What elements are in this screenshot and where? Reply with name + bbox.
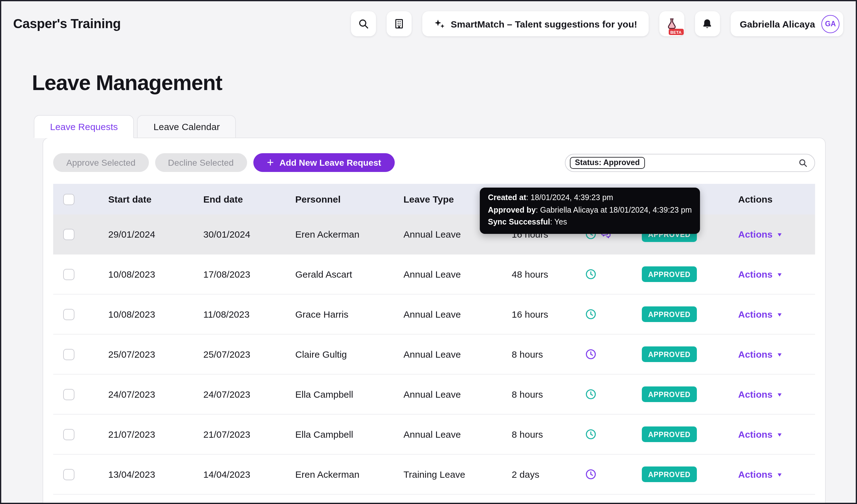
actions-label: Actions xyxy=(738,469,773,480)
table-row[interactable]: 24/07/2023 24/07/2023 Ella Campbell Annu… xyxy=(53,375,815,415)
actions-label: Actions xyxy=(738,389,773,400)
table-row[interactable]: 25/07/2023 25/07/2023 Claire Gultig Annu… xyxy=(53,334,815,375)
decline-selected-button[interactable]: Decline Selected xyxy=(155,153,247,172)
avatar: GA xyxy=(821,15,839,33)
add-leave-request-label: Add New Leave Request xyxy=(279,158,381,168)
chevron-down-icon: ▼ xyxy=(776,432,783,438)
chevron-down-icon: ▼ xyxy=(776,311,783,318)
actions-label: Actions xyxy=(738,349,773,360)
cell-duration: 8 hours xyxy=(512,349,577,360)
cell-start-date: 24/07/2023 xyxy=(108,389,203,400)
tooltip-created-line: Created at: 18/01/2024, 4:39:23 pm xyxy=(488,192,692,204)
main-content: Leave Management Leave Requests Leave Ca… xyxy=(1,70,856,504)
table-row[interactable]: 10/08/2023 17/08/2023 Gerald Ascart Annu… xyxy=(53,255,815,295)
tooltip-approved-value: : Gabriella Alicaya at 18/01/2024, 4:39:… xyxy=(536,205,692,214)
sync-clock-icon[interactable] xyxy=(585,308,597,320)
search-icon xyxy=(798,158,808,167)
table-row[interactable]: 29/01/2024 30/01/2024 Eren Ackerman Annu… xyxy=(53,214,815,255)
table-row[interactable]: 13/04/2023 14/04/2023 Eren Ackerman Trai… xyxy=(53,455,815,494)
sync-status-tooltip: Created at: 18/01/2024, 4:39:23 pm Appro… xyxy=(480,188,700,233)
cell-start-date: 29/01/2024 xyxy=(108,229,203,240)
status-badge: APPROVED xyxy=(642,266,697,282)
status-filter-chip[interactable]: Status: Approved xyxy=(570,157,645,169)
sync-clock-icon[interactable] xyxy=(585,348,597,360)
actions-label: Actions xyxy=(738,309,773,319)
row-checkbox[interactable] xyxy=(63,469,74,480)
actions-menu-button[interactable]: Actions▼ xyxy=(738,229,782,240)
tooltip-created-label: Created at xyxy=(488,193,526,202)
cell-personnel: Ella Campbell xyxy=(295,389,403,400)
flask-icon xyxy=(665,18,678,30)
cell-personnel: Eren Ackerman xyxy=(295,229,403,240)
beta-badge: BETA xyxy=(668,29,684,35)
leave-requests-panel: Approve Selected Decline Selected + Add … xyxy=(43,138,826,504)
labs-beta-button[interactable]: BETA xyxy=(659,11,684,36)
actions-menu-button[interactable]: Actions▼ xyxy=(738,269,782,279)
cell-personnel: Claire Gultig xyxy=(295,349,403,360)
cell-personnel: Gerald Ascart xyxy=(295,269,403,279)
sync-clock-icon[interactable] xyxy=(585,468,597,480)
smartmatch-button[interactable]: SmartMatch – Talent suggestions for you! xyxy=(422,11,649,36)
actions-menu-button[interactable]: Actions▼ xyxy=(738,389,782,400)
select-all-cell xyxy=(53,193,108,205)
sync-clock-icon[interactable] xyxy=(585,268,597,280)
cell-leave-type: Annual Leave xyxy=(403,389,512,400)
organization-button[interactable] xyxy=(386,11,411,36)
row-checkbox[interactable] xyxy=(63,429,74,440)
row-checkbox[interactable] xyxy=(63,309,74,320)
cell-end-date: 24/07/2023 xyxy=(203,389,295,400)
sparkles-icon xyxy=(433,18,445,30)
approve-selected-button[interactable]: Approve Selected xyxy=(53,153,149,172)
actions-label: Actions xyxy=(738,429,773,439)
tab-bar: Leave Requests Leave Calendar xyxy=(34,115,856,138)
row-checkbox[interactable] xyxy=(63,229,74,240)
tab-leave-calendar[interactable]: Leave Calendar xyxy=(137,115,236,138)
search-button[interactable] xyxy=(351,11,376,36)
cell-leave-type: Training Leave xyxy=(403,469,512,480)
filter-search-input[interactable]: Status: Approved xyxy=(565,154,815,172)
row-checkbox[interactable] xyxy=(63,349,74,360)
cell-leave-type: Annual Leave xyxy=(403,269,512,279)
cell-duration: 16 hours xyxy=(512,309,577,319)
actions-menu-button[interactable]: Actions▼ xyxy=(738,469,782,480)
sync-clock-icon[interactable] xyxy=(585,428,597,440)
row-checkbox[interactable] xyxy=(63,268,74,280)
cell-start-date: 13/04/2023 xyxy=(108,469,203,480)
actions-label: Actions xyxy=(738,269,773,279)
building-icon xyxy=(393,18,404,29)
cell-end-date: 25/07/2023 xyxy=(203,349,295,360)
user-menu[interactable]: Gabriella Alicaya GA xyxy=(730,11,843,36)
status-badge: APPROVED xyxy=(642,386,697,402)
add-leave-request-button[interactable]: + Add New Leave Request xyxy=(253,153,395,172)
cell-end-date: 11/08/2023 xyxy=(203,309,295,319)
notifications-button[interactable] xyxy=(695,11,720,36)
cell-end-date: 30/01/2024 xyxy=(203,229,295,240)
chevron-down-icon: ▼ xyxy=(776,231,783,238)
plus-icon: + xyxy=(267,156,274,168)
col-actions-header: Actions xyxy=(738,194,815,205)
chevron-down-icon: ▼ xyxy=(776,471,783,478)
sync-clock-icon[interactable] xyxy=(585,388,597,400)
tooltip-approved-line: Approved by: Gabriella Alicaya at 18/01/… xyxy=(488,204,692,216)
cell-personnel: Ella Campbell xyxy=(295,429,403,439)
tooltip-sync-value: : Yes xyxy=(550,218,567,226)
select-all-checkbox[interactable] xyxy=(63,193,74,205)
tab-leave-requests[interactable]: Leave Requests xyxy=(34,115,134,138)
table-row[interactable]: 21/07/2023 21/07/2023 Ella Campbell Annu… xyxy=(53,415,815,455)
row-checkbox[interactable] xyxy=(63,389,74,400)
tooltip-sync-label: Sync Successful xyxy=(488,218,550,226)
cell-start-date: 10/08/2023 xyxy=(108,269,203,279)
bell-icon xyxy=(701,18,713,30)
actions-menu-button[interactable]: Actions▼ xyxy=(738,349,782,360)
table-toolbar: Approve Selected Decline Selected + Add … xyxy=(53,153,815,172)
search-icon xyxy=(357,18,369,29)
actions-menu-button[interactable]: Actions▼ xyxy=(738,429,782,439)
cell-duration: 48 hours xyxy=(512,269,577,279)
cell-leave-type: Annual Leave xyxy=(403,309,512,319)
actions-label: Actions xyxy=(738,229,773,240)
cell-start-date: 10/08/2023 xyxy=(108,309,203,319)
table-row[interactable]: 10/08/2023 11/08/2023 Grace Harris Annua… xyxy=(53,295,815,334)
cell-end-date: 21/07/2023 xyxy=(203,429,295,439)
app-stage: Casper's Training SmartMatch – Talent su… xyxy=(1,1,856,503)
actions-menu-button[interactable]: Actions▼ xyxy=(738,309,782,319)
